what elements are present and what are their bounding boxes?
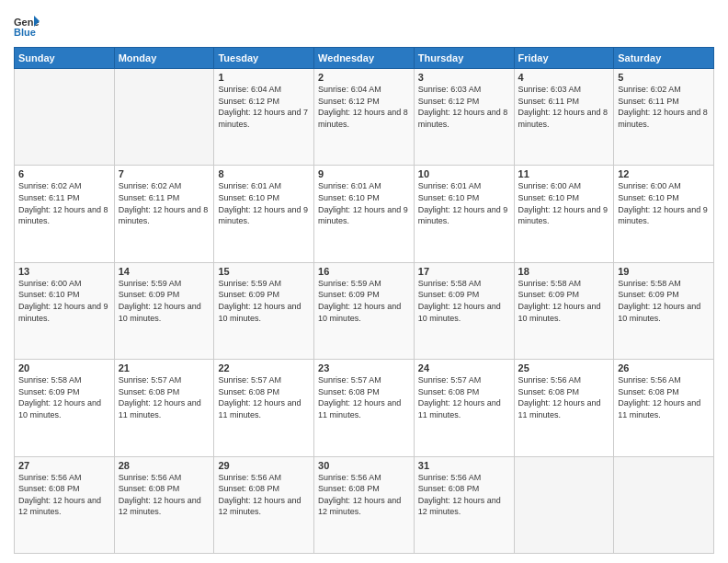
calendar-cell: 4Sunrise: 6:03 AM Sunset: 6:11 PM Daylig… xyxy=(514,69,614,166)
calendar-cell: 18Sunrise: 5:58 AM Sunset: 6:09 PM Dayli… xyxy=(514,262,614,359)
weekday-header-friday: Friday xyxy=(514,48,614,69)
day-number: 5 xyxy=(618,72,710,83)
day-info: Sunrise: 5:56 AM Sunset: 6:08 PM Dayligh… xyxy=(518,374,610,420)
calendar-cell: 21Sunrise: 5:57 AM Sunset: 6:08 PM Dayli… xyxy=(114,360,214,456)
calendar-cell xyxy=(15,69,115,166)
calendar-cell: 23Sunrise: 5:57 AM Sunset: 6:08 PM Dayli… xyxy=(314,360,415,456)
day-number: 1 xyxy=(218,72,310,83)
logo-icon: General Blue xyxy=(14,14,40,40)
day-info: Sunrise: 5:58 AM Sunset: 6:09 PM Dayligh… xyxy=(518,278,610,324)
day-info: Sunrise: 6:00 AM Sunset: 6:10 PM Dayligh… xyxy=(518,180,610,226)
day-info: Sunrise: 5:57 AM Sunset: 6:08 PM Dayligh… xyxy=(318,374,410,420)
calendar-cell: 3Sunrise: 6:03 AM Sunset: 6:12 PM Daylig… xyxy=(414,69,514,166)
day-number: 31 xyxy=(418,460,510,471)
weekday-header-saturday: Saturday xyxy=(614,48,714,69)
calendar-cell xyxy=(514,456,614,553)
weekday-header-monday: Monday xyxy=(114,48,214,69)
day-info: Sunrise: 5:58 AM Sunset: 6:09 PM Dayligh… xyxy=(18,374,110,420)
day-info: Sunrise: 5:57 AM Sunset: 6:08 PM Dayligh… xyxy=(119,374,210,420)
calendar-cell: 29Sunrise: 5:56 AM Sunset: 6:08 PM Dayli… xyxy=(214,456,314,553)
calendar-cell: 31Sunrise: 5:56 AM Sunset: 6:08 PM Dayli… xyxy=(414,456,514,553)
day-number: 2 xyxy=(318,72,410,83)
day-number: 17 xyxy=(418,266,510,277)
calendar-cell: 20Sunrise: 5:58 AM Sunset: 6:09 PM Dayli… xyxy=(15,360,115,456)
calendar-cell: 14Sunrise: 5:59 AM Sunset: 6:09 PM Dayli… xyxy=(114,262,214,359)
calendar-cell: 9Sunrise: 6:01 AM Sunset: 6:10 PM Daylig… xyxy=(314,166,415,262)
day-number: 30 xyxy=(318,460,410,471)
calendar-cell: 5Sunrise: 6:02 AM Sunset: 6:11 PM Daylig… xyxy=(614,69,714,166)
weekday-header-thursday: Thursday xyxy=(414,48,514,69)
calendar-cell: 25Sunrise: 5:56 AM Sunset: 6:08 PM Dayli… xyxy=(514,360,614,456)
day-info: Sunrise: 5:57 AM Sunset: 6:08 PM Dayligh… xyxy=(218,374,310,420)
calendar-cell: 12Sunrise: 6:00 AM Sunset: 6:10 PM Dayli… xyxy=(614,166,714,262)
calendar-cell: 2Sunrise: 6:04 AM Sunset: 6:12 PM Daylig… xyxy=(314,69,415,166)
page-header: General Blue xyxy=(14,14,714,40)
day-number: 12 xyxy=(618,168,710,179)
day-info: Sunrise: 5:59 AM Sunset: 6:09 PM Dayligh… xyxy=(119,278,210,324)
day-info: Sunrise: 5:56 AM Sunset: 6:08 PM Dayligh… xyxy=(318,472,410,518)
calendar-table: SundayMondayTuesdayWednesdayThursdayFrid… xyxy=(14,47,714,554)
calendar-cell: 11Sunrise: 6:00 AM Sunset: 6:10 PM Dayli… xyxy=(514,166,614,262)
logo: General Blue xyxy=(14,14,40,40)
calendar-cell: 26Sunrise: 5:56 AM Sunset: 6:08 PM Dayli… xyxy=(614,360,714,456)
day-number: 8 xyxy=(218,168,310,179)
day-number: 28 xyxy=(119,460,210,471)
day-info: Sunrise: 6:03 AM Sunset: 6:11 PM Dayligh… xyxy=(518,84,610,130)
calendar-week-3: 13Sunrise: 6:00 AM Sunset: 6:10 PM Dayli… xyxy=(15,262,714,359)
calendar-cell: 27Sunrise: 5:56 AM Sunset: 6:08 PM Dayli… xyxy=(15,456,115,553)
calendar-cell: 19Sunrise: 5:58 AM Sunset: 6:09 PM Dayli… xyxy=(614,262,714,359)
day-number: 27 xyxy=(18,460,110,471)
day-number: 9 xyxy=(318,168,410,179)
weekday-header-wednesday: Wednesday xyxy=(314,48,415,69)
calendar-cell: 28Sunrise: 5:56 AM Sunset: 6:08 PM Dayli… xyxy=(114,456,214,553)
calendar-cell: 17Sunrise: 5:58 AM Sunset: 6:09 PM Dayli… xyxy=(414,262,514,359)
day-number: 3 xyxy=(418,72,510,83)
day-number: 4 xyxy=(518,72,610,83)
calendar-cell: 16Sunrise: 5:59 AM Sunset: 6:09 PM Dayli… xyxy=(314,262,415,359)
day-number: 24 xyxy=(418,362,510,373)
day-number: 7 xyxy=(119,168,210,179)
day-number: 26 xyxy=(618,362,710,373)
day-number: 13 xyxy=(18,266,110,277)
day-number: 25 xyxy=(518,362,610,373)
calendar-week-2: 6Sunrise: 6:02 AM Sunset: 6:11 PM Daylig… xyxy=(15,166,714,262)
calendar-cell: 8Sunrise: 6:01 AM Sunset: 6:10 PM Daylig… xyxy=(214,166,314,262)
calendar-cell: 7Sunrise: 6:02 AM Sunset: 6:11 PM Daylig… xyxy=(114,166,214,262)
day-number: 20 xyxy=(18,362,110,373)
day-info: Sunrise: 6:04 AM Sunset: 6:12 PM Dayligh… xyxy=(218,84,310,130)
day-info: Sunrise: 6:00 AM Sunset: 6:10 PM Dayligh… xyxy=(18,278,110,324)
weekday-header-sunday: Sunday xyxy=(15,48,115,69)
calendar-cell: 30Sunrise: 5:56 AM Sunset: 6:08 PM Dayli… xyxy=(314,456,415,553)
day-number: 6 xyxy=(18,168,110,179)
calendar-cell: 22Sunrise: 5:57 AM Sunset: 6:08 PM Dayli… xyxy=(214,360,314,456)
day-number: 29 xyxy=(218,460,310,471)
day-info: Sunrise: 5:59 AM Sunset: 6:09 PM Dayligh… xyxy=(218,278,310,324)
day-number: 21 xyxy=(119,362,210,373)
day-number: 18 xyxy=(518,266,610,277)
calendar-week-5: 27Sunrise: 5:56 AM Sunset: 6:08 PM Dayli… xyxy=(15,456,714,553)
day-info: Sunrise: 5:58 AM Sunset: 6:09 PM Dayligh… xyxy=(618,278,710,324)
day-number: 22 xyxy=(218,362,310,373)
svg-text:Blue: Blue xyxy=(14,27,36,38)
day-info: Sunrise: 6:03 AM Sunset: 6:12 PM Dayligh… xyxy=(418,84,510,130)
day-info: Sunrise: 5:59 AM Sunset: 6:09 PM Dayligh… xyxy=(318,278,410,324)
calendar-cell: 1Sunrise: 6:04 AM Sunset: 6:12 PM Daylig… xyxy=(214,69,314,166)
day-info: Sunrise: 6:01 AM Sunset: 6:10 PM Dayligh… xyxy=(318,180,410,226)
calendar-header-row: SundayMondayTuesdayWednesdayThursdayFrid… xyxy=(15,48,714,69)
calendar-cell xyxy=(114,69,214,166)
day-number: 10 xyxy=(418,168,510,179)
day-number: 14 xyxy=(119,266,210,277)
calendar-cell: 15Sunrise: 5:59 AM Sunset: 6:09 PM Dayli… xyxy=(214,262,314,359)
day-number: 16 xyxy=(318,266,410,277)
day-info: Sunrise: 5:56 AM Sunset: 6:08 PM Dayligh… xyxy=(18,472,110,518)
day-number: 15 xyxy=(218,266,310,277)
calendar-cell: 10Sunrise: 6:01 AM Sunset: 6:10 PM Dayli… xyxy=(414,166,514,262)
day-info: Sunrise: 5:56 AM Sunset: 6:08 PM Dayligh… xyxy=(218,472,310,518)
day-number: 11 xyxy=(518,168,610,179)
day-info: Sunrise: 6:00 AM Sunset: 6:10 PM Dayligh… xyxy=(618,180,710,226)
day-info: Sunrise: 6:02 AM Sunset: 6:11 PM Dayligh… xyxy=(618,84,710,130)
day-info: Sunrise: 6:01 AM Sunset: 6:10 PM Dayligh… xyxy=(218,180,310,226)
calendar-cell: 6Sunrise: 6:02 AM Sunset: 6:11 PM Daylig… xyxy=(15,166,115,262)
day-info: Sunrise: 6:04 AM Sunset: 6:12 PM Dayligh… xyxy=(318,84,410,130)
weekday-header-tuesday: Tuesday xyxy=(214,48,314,69)
